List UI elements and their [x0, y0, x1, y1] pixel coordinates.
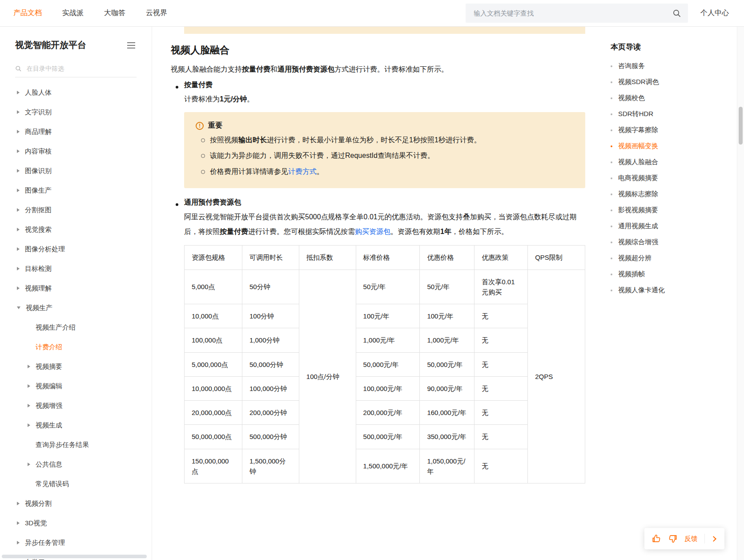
- chevron-right-icon: [17, 502, 20, 505]
- bullet-icon: [611, 274, 612, 275]
- toc-item[interactable]: 视频综合增强: [611, 238, 744, 246]
- toc-item[interactable]: 视频标志擦除: [611, 190, 744, 198]
- toc-item[interactable]: 视频字幕擦除: [611, 126, 744, 134]
- search-input[interactable]: [473, 9, 672, 17]
- sidebar-item[interactable]: 视频分割: [0, 494, 152, 513]
- nav-item-dakada[interactable]: 大咖答: [104, 8, 125, 18]
- toc-item[interactable]: 视频人像卡通化: [611, 286, 744, 294]
- table-row: 100,000点 1,000分钟 1,000元/年 1,000元/年 无: [185, 328, 585, 352]
- toc-item[interactable]: 通用视频生成: [611, 222, 744, 230]
- sidebar-item[interactable]: 目标检测: [0, 259, 152, 278]
- billing-method-link[interactable]: 计费方式: [288, 168, 317, 175]
- notice-remnant: [184, 27, 585, 34]
- sidebar-item[interactable]: 异步任务管理: [0, 533, 152, 552]
- toc-item[interactable]: 视频超分辨: [611, 254, 744, 262]
- table-row: 10,000,000点 100,000分钟 100,000元/年 90,000元…: [185, 376, 585, 400]
- doc-search-box[interactable]: [466, 4, 688, 23]
- profile-link[interactable]: 个人中心: [700, 8, 729, 18]
- sidebar-item[interactable]: 文字识别: [0, 102, 152, 122]
- toc-item[interactable]: 视频校色: [611, 94, 744, 102]
- notice-item: 价格费用计算详情请参见计费方式。: [210, 165, 574, 177]
- sidebar-item[interactable]: 分割抠图: [0, 200, 152, 220]
- sidebar-item-video-production[interactable]: 视频生产: [0, 298, 152, 318]
- nav-item-yunshijie[interactable]: 云视界: [146, 8, 167, 18]
- chevron-right-icon: [17, 91, 20, 94]
- bullet-icon: [611, 290, 612, 291]
- bullet-icon: [611, 242, 612, 243]
- table-row: 10,000点 100分钟 100元/年 100元/年 无: [185, 304, 585, 328]
- sidebar-item[interactable]: 内容审核: [0, 141, 152, 161]
- thumbs-up-icon[interactable]: [652, 534, 661, 544]
- sidebar-item[interactable]: 3D视觉: [0, 513, 152, 533]
- horizontal-scrollbar[interactable]: [2, 555, 147, 558]
- list-item-resource-package: 通用预付费资源包 阿里云视觉智能开放平台提供首次购买5000点规格享全单0.01…: [184, 198, 585, 483]
- notice-item: 按照视频输出时长进行计费，时长最小计量单位为秒，时长不足1秒按照1秒进行计费。: [210, 134, 574, 146]
- toc-item[interactable]: 视频SDR调色: [611, 78, 744, 86]
- bullet-icon: [611, 145, 612, 147]
- toc-item-active[interactable]: 视频画幅变换: [611, 142, 744, 150]
- chevron-right-icon: [28, 463, 30, 466]
- column-header: 优惠价格: [420, 246, 475, 270]
- table-row: 150,000,000点 1,500,000分钟 1,500,000元/年 1,…: [185, 449, 585, 483]
- intro-paragraph: 视频人脸融合能力支持按量付费和通用预付费资源包方式进行计费。计费标准如下所示。: [171, 63, 585, 76]
- sidebar-item[interactable]: 公共信息: [0, 455, 152, 474]
- merged-cell-qps: 2QPS: [528, 270, 585, 483]
- chevron-right-icon: [17, 208, 20, 212]
- sidebar-item[interactable]: 图像生产: [0, 181, 152, 200]
- feedback-button[interactable]: 反馈: [684, 535, 698, 543]
- sidebar-item[interactable]: 视频编辑: [0, 376, 152, 396]
- sidebar-item[interactable]: 视频生产介绍: [0, 318, 152, 337]
- chevron-right-icon: [28, 423, 30, 427]
- resource-package-title: 通用预付费资源包: [184, 198, 585, 207]
- menu-icon[interactable]: [126, 41, 137, 50]
- search-icon[interactable]: [672, 9, 681, 17]
- search-icon: [15, 65, 21, 72]
- chevron-right-icon: [17, 247, 20, 251]
- column-header: 抵扣系数: [299, 246, 356, 270]
- bullet-icon: [611, 97, 612, 99]
- scrollbar-thumb[interactable]: [739, 107, 743, 145]
- chevron-right-icon: [17, 267, 20, 270]
- sidebar-item[interactable]: 图像识别: [0, 161, 152, 181]
- chevron-right-icon: [17, 149, 20, 153]
- sidebar: 视觉智能开放平台 人脸人体 文字识别 商品理解 内容审核 图像识别 图像生产 分…: [0, 27, 152, 560]
- bullet-icon: [611, 209, 612, 211]
- column-header: 资源包规格: [185, 246, 242, 270]
- nav-item-shizhanpai[interactable]: 实战派: [62, 8, 84, 18]
- toc-item[interactable]: 咨询服务: [611, 62, 744, 70]
- toc-filter[interactable]: [15, 64, 137, 77]
- table-header-row: 资源包规格 可调用时长 抵扣系数 标准价格 优惠价格 优惠政策 QPS限制: [185, 246, 585, 270]
- pay-as-you-go-title: 按量付费: [184, 81, 585, 90]
- sidebar-item-billing-intro[interactable]: 计费介绍: [0, 337, 152, 357]
- toc-item[interactable]: 影视视频摘要: [611, 206, 744, 214]
- chevron-right-icon[interactable]: [711, 536, 716, 542]
- sidebar-item[interactable]: 图像分析处理: [0, 239, 152, 259]
- toc-item[interactable]: 视频插帧: [611, 270, 744, 278]
- sidebar-item[interactable]: 商品理解: [0, 122, 152, 141]
- sidebar-item[interactable]: 常见错误码: [0, 474, 152, 494]
- sidebar-item[interactable]: 视频增强: [0, 396, 152, 415]
- chevron-right-icon: [17, 541, 20, 544]
- sidebar-item[interactable]: 查询异步任务结果: [0, 435, 152, 455]
- thumbs-down-icon[interactable]: [668, 534, 678, 544]
- pricing-table: 资源包规格 可调用时长 抵扣系数 标准价格 优惠价格 优惠政策 QPS限制: [184, 245, 585, 483]
- toc-item[interactable]: SDR转HDR: [611, 110, 744, 118]
- billing-list: 按量付费 计费标准为1元/分钟。 ! 重要 按照视频输出时长进行计费，时长最小计…: [171, 81, 585, 483]
- bullet-icon: [611, 193, 612, 195]
- toc-item[interactable]: 电商视频摘要: [611, 174, 744, 182]
- sidebar-title: 视觉智能开放平台: [15, 39, 86, 51]
- nav-item-product-docs[interactable]: 产品文档: [13, 8, 42, 18]
- resource-package-body: 阿里云视觉智能开放平台提供首次购买5000点规格享全单0.01元的优惠活动。资源…: [184, 210, 585, 239]
- toc-item[interactable]: 视频人脸融合: [611, 158, 744, 166]
- sidebar-item[interactable]: 视频摘要: [0, 357, 152, 376]
- sidebar-item[interactable]: 视频生成: [0, 415, 152, 435]
- sidebar-item[interactable]: 人脸人体: [0, 83, 152, 102]
- sidebar-item[interactable]: 视频理解: [0, 278, 152, 298]
- bullet-icon: [611, 129, 612, 131]
- filter-input[interactable]: [26, 64, 137, 73]
- buy-package-link[interactable]: 购买资源包: [355, 228, 390, 235]
- vertical-scrollbar[interactable]: [737, 27, 744, 560]
- divider: [704, 534, 705, 544]
- sidebar-item[interactable]: 视觉搜索: [0, 220, 152, 239]
- merged-cell-deduction: 100点/分钟: [299, 270, 356, 483]
